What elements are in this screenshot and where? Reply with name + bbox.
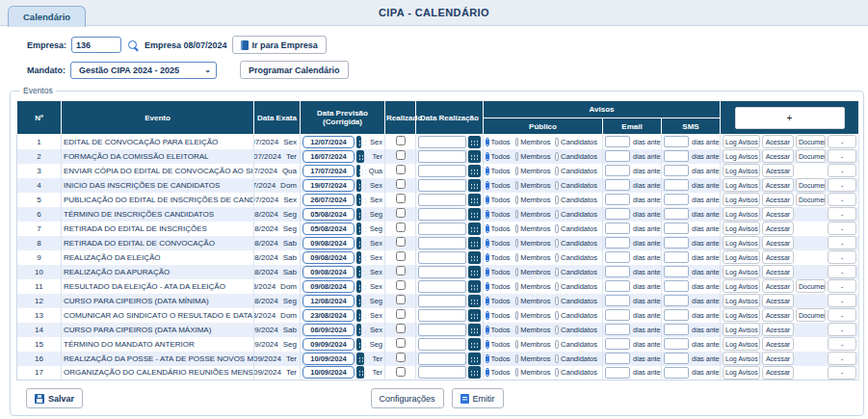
sms-days-input[interactable] [664, 208, 689, 220]
sms-days-input[interactable] [664, 179, 689, 191]
calendar-icon[interactable] [468, 280, 481, 293]
row-minus-button[interactable]: - [828, 352, 856, 365]
audience-radio-todos[interactable] [486, 253, 489, 262]
done-checkbox[interactable] [396, 353, 406, 362]
forecast-date-input[interactable] [302, 208, 355, 221]
row-minus-button[interactable]: - [828, 265, 856, 278]
done-date-input[interactable] [418, 251, 466, 264]
forecast-date-input[interactable] [302, 324, 355, 336]
log-avisos-button[interactable]: Log Avisos [723, 265, 760, 278]
done-date-input[interactable] [418, 237, 466, 249]
done-date-input[interactable] [418, 165, 466, 177]
audience-radio-todos[interactable] [486, 268, 489, 276]
log-avisos-button[interactable]: Log Avisos [723, 337, 760, 351]
sms-days-input[interactable] [664, 353, 689, 364]
done-checkbox[interactable] [396, 266, 406, 275]
done-checkbox[interactable] [396, 165, 406, 174]
acessar-button[interactable]: Acessar [762, 207, 794, 221]
log-avisos-button[interactable]: Log Avisos [723, 164, 760, 177]
acessar-button[interactable]: Acessar [762, 279, 794, 293]
row-minus-button[interactable]: - [828, 207, 856, 221]
forecast-date-input[interactable] [302, 309, 355, 322]
audience-radio-todos[interactable] [486, 152, 489, 161]
log-avisos-button[interactable]: Log Avisos [723, 250, 760, 264]
row-minus-button[interactable]: - [828, 366, 856, 380]
row-minus-button[interactable]: - [828, 337, 856, 351]
acessar-button[interactable]: Acessar [762, 294, 794, 307]
audience-radio-todos[interactable] [486, 181, 489, 190]
sms-days-input[interactable] [664, 295, 689, 306]
log-avisos-button[interactable]: Log Avisos [723, 323, 760, 336]
forecast-date-input[interactable] [302, 194, 355, 206]
row-minus-button[interactable]: - [828, 164, 856, 177]
email-days-input[interactable] [605, 309, 630, 321]
audience-radio-membros[interactable] [515, 282, 519, 291]
audience-radio-todos[interactable] [486, 224, 489, 233]
audience-radio-membros[interactable] [515, 210, 519, 219]
calendar-icon[interactable] [468, 266, 481, 278]
done-checkbox[interactable] [396, 150, 406, 160]
forecast-date-input[interactable] [302, 136, 355, 148]
calendar-icon[interactable] [356, 194, 361, 206]
audience-radio-membros[interactable] [515, 152, 519, 161]
email-days-input[interactable] [605, 367, 630, 379]
audience-radio-membros[interactable] [515, 326, 519, 334]
tab-calendario[interactable]: Calendário [8, 6, 86, 27]
forecast-date-input[interactable] [302, 165, 355, 177]
audience-radio-membros[interactable] [515, 311, 519, 320]
audience-radio-membros[interactable] [515, 138, 519, 146]
forecast-date-input[interactable] [302, 295, 355, 307]
calendar-icon[interactable] [356, 366, 364, 379]
sms-days-input[interactable] [664, 251, 689, 263]
audience-radio-todos[interactable] [486, 282, 489, 291]
acessar-button[interactable]: Acessar [762, 337, 794, 351]
log-avisos-button[interactable]: Log Avisos [723, 352, 760, 365]
sms-days-input[interactable] [664, 237, 689, 249]
sms-days-input[interactable] [664, 309, 689, 321]
row-minus-button[interactable]: - [828, 236, 856, 249]
calendar-icon[interactable] [356, 179, 361, 192]
done-date-input[interactable] [418, 150, 466, 163]
forecast-date-input[interactable] [302, 338, 355, 351]
calendar-icon[interactable] [468, 223, 481, 235]
row-minus-button[interactable]: - [828, 193, 856, 206]
done-date-input[interactable] [418, 324, 466, 336]
audience-radio-todos[interactable] [486, 311, 489, 320]
calendar-icon[interactable] [356, 266, 361, 278]
calendar-icon[interactable] [356, 223, 361, 235]
audience-radio-membros[interactable] [515, 167, 519, 175]
calendar-icon[interactable] [468, 136, 481, 148]
audience-radio-candidatos[interactable] [555, 152, 559, 161]
audience-radio-candidatos[interactable] [555, 196, 559, 204]
forecast-date-input[interactable] [302, 266, 355, 278]
calendar-icon[interactable] [356, 208, 361, 221]
audience-radio-candidatos[interactable] [555, 239, 559, 248]
email-days-input[interactable] [605, 194, 630, 205]
done-date-input[interactable] [418, 280, 466, 293]
log-avisos-button[interactable]: Log Avisos [723, 193, 760, 206]
audience-radio-todos[interactable] [486, 210, 489, 219]
row-minus-button[interactable]: - [828, 149, 856, 163]
done-date-input[interactable] [418, 208, 466, 221]
done-checkbox[interactable] [396, 223, 406, 232]
done-checkbox[interactable] [396, 338, 406, 348]
done-date-input[interactable] [418, 266, 466, 278]
audience-radio-candidatos[interactable] [555, 340, 559, 349]
calendar-icon[interactable] [356, 150, 364, 163]
sms-days-input[interactable] [664, 280, 689, 292]
calendar-icon[interactable] [468, 324, 481, 336]
acessar-button[interactable]: Acessar [762, 164, 794, 177]
calendar-icon[interactable] [468, 338, 481, 351]
done-checkbox[interactable] [396, 280, 406, 290]
documento-button[interactable]: Documento [796, 279, 826, 293]
audience-radio-todos[interactable] [486, 138, 489, 146]
sms-days-input[interactable] [664, 338, 689, 350]
log-avisos-button[interactable]: Log Avisos [723, 236, 760, 249]
calendar-icon[interactable] [356, 136, 361, 148]
audience-radio-membros[interactable] [515, 239, 519, 248]
sms-days-input[interactable] [664, 150, 689, 162]
log-avisos-button[interactable]: Log Avisos [723, 149, 760, 163]
mandato-select[interactable]: Gestão CIPA 2024 - 2025 ⌄ [70, 62, 217, 79]
log-avisos-button[interactable]: Log Avisos [723, 308, 760, 322]
forecast-date-input[interactable] [302, 366, 355, 379]
